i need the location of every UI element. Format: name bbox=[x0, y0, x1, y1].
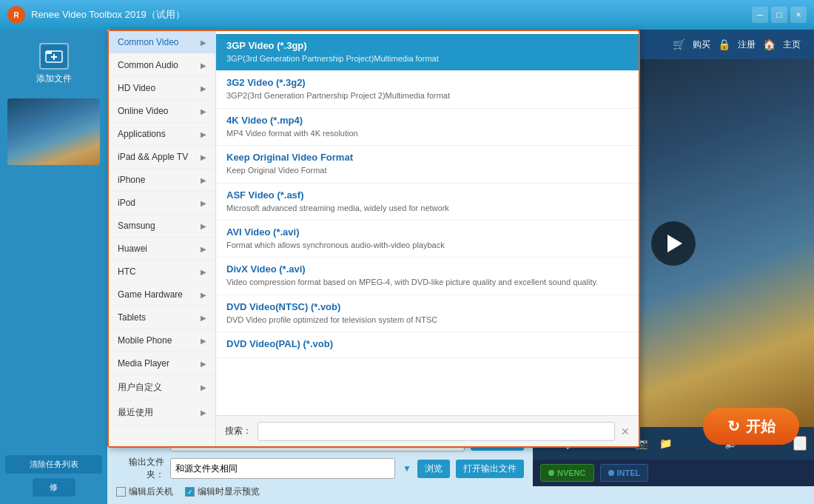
format-desc: Keep Original Video Format bbox=[226, 165, 628, 176]
chevron-right-icon: ▶ bbox=[201, 383, 206, 392]
category-label: Game Hardware bbox=[118, 289, 183, 300]
edit-button[interactable]: 修 bbox=[33, 478, 75, 497]
category-item-common-audio[interactable]: Common Audio ▶ bbox=[109, 54, 215, 77]
shutdown-label: 编辑后关机 bbox=[129, 485, 173, 498]
intel-badge[interactable]: INTEL bbox=[600, 464, 649, 482]
start-section: ↻ 开始 bbox=[533, 486, 814, 504]
folder-value: 和源文件夹相同 bbox=[175, 463, 238, 475]
chevron-right-icon: ▶ bbox=[201, 130, 206, 138]
format-item-3g2[interactable]: 3G2 Video (*.3g2) 3GP2(3rd Generation Pa… bbox=[216, 71, 639, 108]
category-item-tablets[interactable]: Tablets ▶ bbox=[109, 306, 215, 329]
start-button[interactable]: ↻ 开始 bbox=[703, 408, 799, 445]
top-action-buttons: 🛒 购买 🔒 注册 🏠 主页 bbox=[673, 36, 805, 54]
register-button[interactable]: 注册 bbox=[733, 36, 760, 54]
category-label: Mobile Phone bbox=[118, 335, 172, 346]
category-label: Applications bbox=[118, 129, 166, 139]
add-file-button[interactable]: 添加文件 bbox=[30, 37, 78, 91]
search-clear-icon[interactable]: ✕ bbox=[621, 426, 630, 437]
category-item-hd-video[interactable]: HD Video ▶ bbox=[109, 77, 215, 100]
format-desc: Video compression format based on MPEG-4… bbox=[226, 277, 628, 288]
category-item-media-player[interactable]: Media Player ▶ bbox=[109, 352, 215, 375]
category-item-applications[interactable]: Applications ▶ bbox=[109, 123, 215, 146]
chevron-right-icon: ▶ bbox=[201, 61, 206, 70]
preview-checkbox[interactable]: ✓ bbox=[185, 487, 195, 497]
nvenc-icon bbox=[548, 470, 554, 476]
home-button[interactable]: 主页 bbox=[778, 36, 805, 54]
format-name: DVD Video(PAL) (*.vob) bbox=[226, 338, 628, 349]
open-output-button[interactable]: 打开输出文件 bbox=[456, 460, 524, 478]
maximize-button[interactable]: □ bbox=[771, 7, 787, 23]
category-label: Common Audio bbox=[118, 60, 178, 70]
format-dropdown: Common Video ▶ Common Audio ▶ HD Video ▶… bbox=[107, 30, 640, 448]
close-button[interactable]: × bbox=[790, 7, 807, 23]
nvenc-badge[interactable]: NVENC bbox=[540, 464, 594, 482]
title-bar: R Renee Video Toolbox 2019（试用） ─ □ × bbox=[0, 0, 814, 30]
chevron-right-icon: ▶ bbox=[201, 337, 206, 345]
format-item-asf[interactable]: ASF Video (*.asf) Microsoft advanced str… bbox=[216, 184, 639, 221]
category-item-custom[interactable]: 用户自定义 ▶ bbox=[109, 375, 215, 400]
format-desc: Microsoft advanced streaming media, wide… bbox=[226, 203, 628, 214]
folder-button[interactable]: 📁 bbox=[656, 436, 675, 451]
format-list: 3GP Video (*.3gp) 3GP(3rd Generation Par… bbox=[216, 31, 639, 446]
fullscreen-button[interactable]: ⛶ bbox=[793, 436, 807, 451]
content-area: Common Video ▶ Common Audio ▶ HD Video ▶… bbox=[107, 30, 533, 504]
folder-input[interactable]: 和源文件夹相同 bbox=[170, 458, 395, 479]
format-item-divx[interactable]: DivX Video (*.avi) Video compression for… bbox=[216, 258, 639, 295]
buy-button[interactable]: 购买 bbox=[688, 36, 715, 54]
shutdown-checkbox[interactable] bbox=[116, 487, 126, 497]
checkbox-row: 编辑后关机 ✓ 编辑时显示预览 bbox=[116, 485, 524, 498]
format-name: AVI Video (*.avi) bbox=[226, 226, 628, 238]
chevron-right-icon: ▶ bbox=[201, 199, 206, 207]
home-icon: 🏠 bbox=[763, 38, 776, 50]
format-name: Keep Original Video Format bbox=[226, 152, 628, 163]
chevron-right-icon: ▶ bbox=[201, 222, 206, 230]
category-item-huawei[interactable]: Huawei ▶ bbox=[109, 238, 215, 261]
minimize-button[interactable]: ─ bbox=[752, 7, 768, 23]
intel-label: INTEL bbox=[617, 468, 641, 477]
category-item-common-video[interactable]: Common Video ▶ bbox=[109, 31, 215, 54]
folder-dropdown-arrow-icon: ▼ bbox=[403, 463, 411, 474]
cart-icon: 🛒 bbox=[673, 38, 685, 50]
category-item-ipad-apple-tv[interactable]: iPad && Apple TV ▶ bbox=[109, 146, 215, 169]
svg-rect-1 bbox=[46, 51, 52, 54]
browse-button[interactable]: 浏览 bbox=[417, 460, 450, 478]
format-item-avi[interactable]: AVI Video (*.avi) Format which allows sy… bbox=[216, 221, 639, 258]
main-layout: 添加文件 清除任务列表 修 Common Video ▶ Common Audi… bbox=[0, 30, 814, 504]
category-item-recent[interactable]: 最近使用 ▶ bbox=[109, 400, 215, 426]
format-item-4k-mp4[interactable]: 4K Video (*.mp4) MP4 Video format with 4… bbox=[216, 109, 639, 146]
search-input[interactable] bbox=[258, 422, 615, 441]
category-item-game-hardware[interactable]: Game Hardware ▶ bbox=[109, 283, 215, 306]
category-item-iphone[interactable]: iPhone ▶ bbox=[109, 169, 215, 192]
format-item-dvd-ntsc[interactable]: DVD Video(NTSC) (*.vob) DVD Video profil… bbox=[216, 295, 639, 332]
category-label: Tablets bbox=[118, 312, 146, 323]
chevron-right-icon: ▶ bbox=[201, 314, 206, 322]
category-label: 用户自定义 bbox=[118, 381, 162, 394]
format-item-keep-original[interactable]: Keep Original Video Format Keep Original… bbox=[216, 146, 639, 183]
category-item-online-video[interactable]: Online Video ▶ bbox=[109, 100, 215, 123]
add-file-icon bbox=[39, 43, 69, 70]
clear-tasks-button[interactable]: 清除任务列表 bbox=[5, 455, 102, 474]
shutdown-checkbox-item: 编辑后关机 bbox=[116, 485, 173, 498]
window-controls[interactable]: ─ □ × bbox=[752, 7, 807, 23]
category-item-samsung[interactable]: Samsung ▶ bbox=[109, 215, 215, 238]
format-desc: DVD Video profile optimized for televisi… bbox=[226, 315, 628, 326]
category-item-htc[interactable]: HTC ▶ bbox=[109, 261, 215, 283]
play-button[interactable] bbox=[651, 221, 696, 266]
category-item-mobile-phone[interactable]: Mobile Phone ▶ bbox=[109, 329, 215, 352]
format-item-dvd-pal[interactable]: DVD Video(PAL) (*.vob) bbox=[216, 332, 639, 358]
category-label: Common Video bbox=[118, 37, 179, 47]
category-label: 最近使用 bbox=[118, 406, 153, 419]
intel-icon bbox=[608, 470, 614, 476]
category-label: Online Video bbox=[118, 106, 169, 116]
category-label: iPhone bbox=[118, 175, 145, 185]
preview-label: 编辑时显示预览 bbox=[198, 485, 260, 498]
search-area: 搜索： ✕ bbox=[216, 415, 639, 446]
sidebar-bottom: 清除任务列表 修 bbox=[0, 455, 107, 504]
category-list: Common Video ▶ Common Audio ▶ HD Video ▶… bbox=[109, 31, 216, 446]
preview-checkbox-item: ✓ 编辑时显示预览 bbox=[185, 485, 260, 498]
category-label: Samsung bbox=[118, 221, 155, 231]
format-item-3gp[interactable]: 3GP Video (*.3gp) 3GP(3rd Generation Par… bbox=[216, 34, 639, 71]
folder-row: 输出文件夹： 和源文件夹相同 ▼ 浏览 打开输出文件 bbox=[116, 456, 524, 481]
category-item-ipod[interactable]: iPod ▶ bbox=[109, 192, 215, 215]
refresh-icon: ↻ bbox=[727, 417, 740, 435]
